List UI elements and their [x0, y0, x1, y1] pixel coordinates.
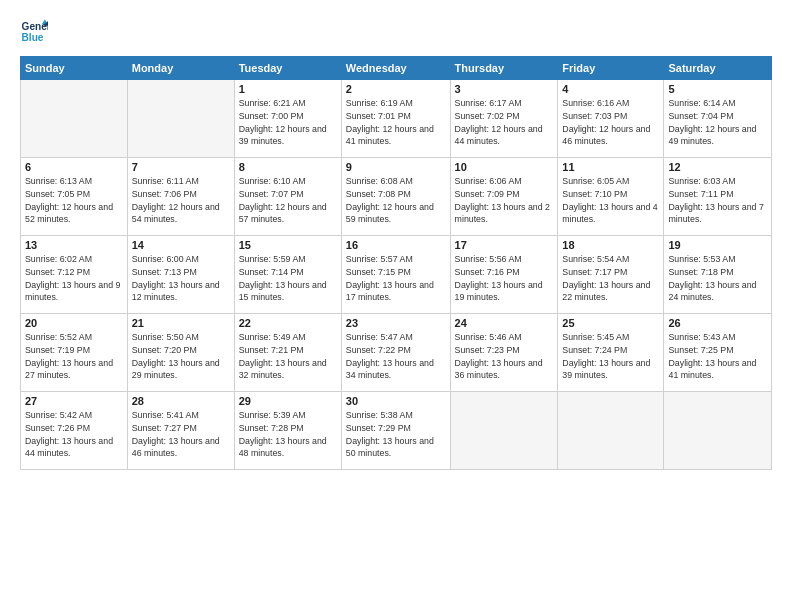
day-number: 4: [562, 83, 659, 95]
day-number: 9: [346, 161, 446, 173]
week-row-1: 1Sunrise: 6:21 AMSunset: 7:00 PMDaylight…: [21, 80, 772, 158]
day-number: 24: [455, 317, 554, 329]
day-info: Sunrise: 5:53 AMSunset: 7:18 PMDaylight:…: [668, 253, 767, 304]
day-info: Sunrise: 6:11 AMSunset: 7:06 PMDaylight:…: [132, 175, 230, 226]
day-cell: 20Sunrise: 5:52 AMSunset: 7:19 PMDayligh…: [21, 314, 128, 392]
week-row-2: 6Sunrise: 6:13 AMSunset: 7:05 PMDaylight…: [21, 158, 772, 236]
day-info: Sunrise: 6:02 AMSunset: 7:12 PMDaylight:…: [25, 253, 123, 304]
day-info: Sunrise: 6:06 AMSunset: 7:09 PMDaylight:…: [455, 175, 554, 226]
day-cell: 15Sunrise: 5:59 AMSunset: 7:14 PMDayligh…: [234, 236, 341, 314]
day-cell: 19Sunrise: 5:53 AMSunset: 7:18 PMDayligh…: [664, 236, 772, 314]
day-cell: 6Sunrise: 6:13 AMSunset: 7:05 PMDaylight…: [21, 158, 128, 236]
day-info: Sunrise: 6:08 AMSunset: 7:08 PMDaylight:…: [346, 175, 446, 226]
day-number: 13: [25, 239, 123, 251]
day-cell: 4Sunrise: 6:16 AMSunset: 7:03 PMDaylight…: [558, 80, 664, 158]
day-number: 25: [562, 317, 659, 329]
header: General Blue: [20, 18, 772, 46]
day-number: 21: [132, 317, 230, 329]
day-cell: 16Sunrise: 5:57 AMSunset: 7:15 PMDayligh…: [341, 236, 450, 314]
day-cell: 9Sunrise: 6:08 AMSunset: 7:08 PMDaylight…: [341, 158, 450, 236]
day-number: 12: [668, 161, 767, 173]
day-cell: 2Sunrise: 6:19 AMSunset: 7:01 PMDaylight…: [341, 80, 450, 158]
day-info: Sunrise: 6:03 AMSunset: 7:11 PMDaylight:…: [668, 175, 767, 226]
day-cell: 1Sunrise: 6:21 AMSunset: 7:00 PMDaylight…: [234, 80, 341, 158]
page: General Blue SundayMondayTuesdayWednesda…: [0, 0, 792, 612]
calendar-body: 1Sunrise: 6:21 AMSunset: 7:00 PMDaylight…: [21, 80, 772, 470]
day-number: 11: [562, 161, 659, 173]
calendar-table: SundayMondayTuesdayWednesdayThursdayFrid…: [20, 56, 772, 470]
day-cell: 30Sunrise: 5:38 AMSunset: 7:29 PMDayligh…: [341, 392, 450, 470]
day-info: Sunrise: 6:10 AMSunset: 7:07 PMDaylight:…: [239, 175, 337, 226]
day-info: Sunrise: 6:05 AMSunset: 7:10 PMDaylight:…: [562, 175, 659, 226]
day-cell: 28Sunrise: 5:41 AMSunset: 7:27 PMDayligh…: [127, 392, 234, 470]
column-header-saturday: Saturday: [664, 57, 772, 80]
day-number: 3: [455, 83, 554, 95]
day-number: 30: [346, 395, 446, 407]
day-number: 27: [25, 395, 123, 407]
week-row-3: 13Sunrise: 6:02 AMSunset: 7:12 PMDayligh…: [21, 236, 772, 314]
day-cell: [127, 80, 234, 158]
day-info: Sunrise: 5:38 AMSunset: 7:29 PMDaylight:…: [346, 409, 446, 460]
day-cell: 21Sunrise: 5:50 AMSunset: 7:20 PMDayligh…: [127, 314, 234, 392]
day-info: Sunrise: 5:49 AMSunset: 7:21 PMDaylight:…: [239, 331, 337, 382]
day-cell: 8Sunrise: 6:10 AMSunset: 7:07 PMDaylight…: [234, 158, 341, 236]
day-cell: [558, 392, 664, 470]
day-cell: 14Sunrise: 6:00 AMSunset: 7:13 PMDayligh…: [127, 236, 234, 314]
day-cell: 24Sunrise: 5:46 AMSunset: 7:23 PMDayligh…: [450, 314, 558, 392]
calendar-header-row: SundayMondayTuesdayWednesdayThursdayFrid…: [21, 57, 772, 80]
day-cell: 10Sunrise: 6:06 AMSunset: 7:09 PMDayligh…: [450, 158, 558, 236]
day-number: 10: [455, 161, 554, 173]
day-number: 19: [668, 239, 767, 251]
day-cell: 23Sunrise: 5:47 AMSunset: 7:22 PMDayligh…: [341, 314, 450, 392]
day-cell: 17Sunrise: 5:56 AMSunset: 7:16 PMDayligh…: [450, 236, 558, 314]
week-row-4: 20Sunrise: 5:52 AMSunset: 7:19 PMDayligh…: [21, 314, 772, 392]
day-number: 5: [668, 83, 767, 95]
day-cell: 22Sunrise: 5:49 AMSunset: 7:21 PMDayligh…: [234, 314, 341, 392]
day-number: 23: [346, 317, 446, 329]
day-number: 29: [239, 395, 337, 407]
day-number: 16: [346, 239, 446, 251]
day-info: Sunrise: 5:56 AMSunset: 7:16 PMDaylight:…: [455, 253, 554, 304]
day-info: Sunrise: 5:59 AMSunset: 7:14 PMDaylight:…: [239, 253, 337, 304]
day-number: 8: [239, 161, 337, 173]
day-info: Sunrise: 6:13 AMSunset: 7:05 PMDaylight:…: [25, 175, 123, 226]
day-number: 26: [668, 317, 767, 329]
column-header-thursday: Thursday: [450, 57, 558, 80]
day-cell: 5Sunrise: 6:14 AMSunset: 7:04 PMDaylight…: [664, 80, 772, 158]
day-info: Sunrise: 6:14 AMSunset: 7:04 PMDaylight:…: [668, 97, 767, 148]
day-info: Sunrise: 5:50 AMSunset: 7:20 PMDaylight:…: [132, 331, 230, 382]
day-info: Sunrise: 6:17 AMSunset: 7:02 PMDaylight:…: [455, 97, 554, 148]
day-number: 1: [239, 83, 337, 95]
day-number: 15: [239, 239, 337, 251]
day-number: 6: [25, 161, 123, 173]
logo: General Blue: [20, 18, 48, 46]
day-info: Sunrise: 6:16 AMSunset: 7:03 PMDaylight:…: [562, 97, 659, 148]
day-info: Sunrise: 5:52 AMSunset: 7:19 PMDaylight:…: [25, 331, 123, 382]
day-info: Sunrise: 5:41 AMSunset: 7:27 PMDaylight:…: [132, 409, 230, 460]
day-number: 28: [132, 395, 230, 407]
day-number: 17: [455, 239, 554, 251]
day-info: Sunrise: 5:47 AMSunset: 7:22 PMDaylight:…: [346, 331, 446, 382]
day-cell: 13Sunrise: 6:02 AMSunset: 7:12 PMDayligh…: [21, 236, 128, 314]
day-cell: 25Sunrise: 5:45 AMSunset: 7:24 PMDayligh…: [558, 314, 664, 392]
day-info: Sunrise: 5:45 AMSunset: 7:24 PMDaylight:…: [562, 331, 659, 382]
day-info: Sunrise: 6:19 AMSunset: 7:01 PMDaylight:…: [346, 97, 446, 148]
day-cell: [21, 80, 128, 158]
day-info: Sunrise: 5:39 AMSunset: 7:28 PMDaylight:…: [239, 409, 337, 460]
logo-icon: General Blue: [20, 18, 48, 46]
day-info: Sunrise: 5:54 AMSunset: 7:17 PMDaylight:…: [562, 253, 659, 304]
column-header-friday: Friday: [558, 57, 664, 80]
day-number: 20: [25, 317, 123, 329]
day-cell: 26Sunrise: 5:43 AMSunset: 7:25 PMDayligh…: [664, 314, 772, 392]
day-info: Sunrise: 5:57 AMSunset: 7:15 PMDaylight:…: [346, 253, 446, 304]
column-header-monday: Monday: [127, 57, 234, 80]
day-number: 18: [562, 239, 659, 251]
day-cell: 27Sunrise: 5:42 AMSunset: 7:26 PMDayligh…: [21, 392, 128, 470]
day-number: 14: [132, 239, 230, 251]
column-header-wednesday: Wednesday: [341, 57, 450, 80]
day-cell: 12Sunrise: 6:03 AMSunset: 7:11 PMDayligh…: [664, 158, 772, 236]
column-header-sunday: Sunday: [21, 57, 128, 80]
day-cell: 3Sunrise: 6:17 AMSunset: 7:02 PMDaylight…: [450, 80, 558, 158]
day-cell: 11Sunrise: 6:05 AMSunset: 7:10 PMDayligh…: [558, 158, 664, 236]
day-cell: [450, 392, 558, 470]
